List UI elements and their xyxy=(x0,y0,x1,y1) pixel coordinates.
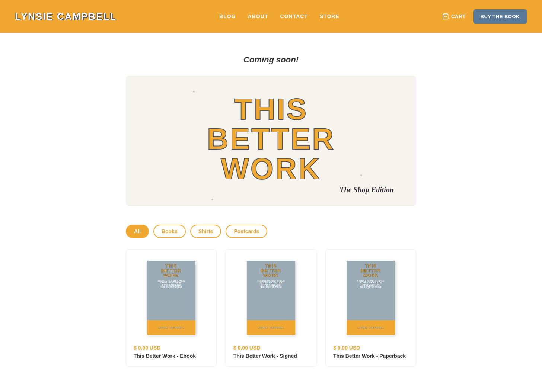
book-cover-paperback: ThisBetterWork A Female Founder's (Wild)… xyxy=(347,261,395,335)
filter-all[interactable]: All xyxy=(126,225,149,238)
filter-shirts[interactable]: Shirts xyxy=(190,225,221,238)
buy-book-button[interactable]: Buy The Book xyxy=(473,9,527,24)
main-content: Coming soon! This Better Work The Shop E… xyxy=(118,33,424,382)
hero-title: This Better Work xyxy=(148,94,394,184)
main-nav: Blog About Contact Store xyxy=(219,13,339,19)
filter-books[interactable]: Books xyxy=(153,225,186,238)
hero-title-line3: Work xyxy=(221,152,321,185)
filter-postcards[interactable]: Postcards xyxy=(226,225,267,238)
hero-title-line1: This xyxy=(234,93,308,126)
header-right: Cart Buy The Book xyxy=(442,9,527,24)
book-cover-signed: ThisBetterWork A Female Founder's (Wild)… xyxy=(247,261,295,335)
product-grid: ThisBetterWork A Female Founder's (Wild)… xyxy=(126,249,416,367)
decorative-dot xyxy=(360,174,362,176)
decorative-dot xyxy=(211,199,213,200)
product-card-paperback[interactable]: ThisBetterWork A Female Founder's (Wild)… xyxy=(325,249,416,367)
decorative-dot xyxy=(193,91,195,93)
nav-contact[interactable]: Contact xyxy=(280,13,307,19)
nav-blog[interactable]: Blog xyxy=(219,13,236,19)
product-image-paperback: ThisBetterWork A Female Founder's (Wild)… xyxy=(333,257,408,339)
cart-icon xyxy=(442,13,449,20)
cart-link[interactable]: Cart xyxy=(442,13,466,20)
product-card-signed[interactable]: ThisBetterWork A Female Founder's (Wild)… xyxy=(226,249,316,367)
nav-store[interactable]: Store xyxy=(320,13,339,19)
hero-subtitle: The Shop Edition xyxy=(339,186,394,194)
coming-soon-heading: Coming soon! xyxy=(126,55,416,65)
hero-title-line2: Better xyxy=(207,122,335,155)
product-image-ebook: ThisBetterWork A Female Founder's (Wild)… xyxy=(134,257,209,339)
book-cover-ebook: ThisBetterWork A Female Founder's (Wild)… xyxy=(147,261,195,335)
hero-banner: This Better Work The Shop Edition xyxy=(126,76,416,206)
product-image-signed: ThisBetterWork A Female Founder's (Wild)… xyxy=(233,257,309,339)
filter-bar: All Books Shirts Postcards xyxy=(126,225,416,238)
product-name-ebook: This Better Work - Ebook xyxy=(134,353,209,359)
product-price-signed: $ 0.00 USD xyxy=(233,345,309,351)
header: Lynsie Campbell Blog About Contact Store… xyxy=(0,0,542,33)
product-price-paperback: $ 0.00 USD xyxy=(333,345,408,351)
cart-label: Cart xyxy=(451,13,466,19)
product-name-signed: This Better Work - Signed xyxy=(233,353,309,359)
site-logo[interactable]: Lynsie Campbell xyxy=(15,11,117,22)
product-price-ebook: $ 0.00 USD xyxy=(134,345,209,351)
product-card-ebook[interactable]: ThisBetterWork A Female Founder's (Wild)… xyxy=(126,249,217,367)
product-name-paperback: This Better Work - Paperback xyxy=(333,353,408,359)
nav-about[interactable]: About xyxy=(248,13,268,19)
